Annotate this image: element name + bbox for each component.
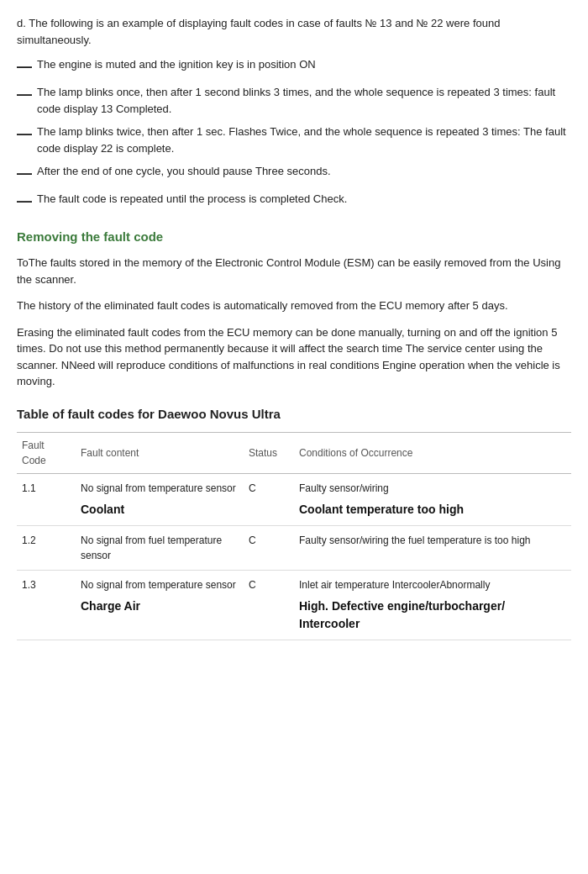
dash-text-1: The engine is muted and the ignition key… (37, 56, 316, 73)
para-3: Erasing the eliminated fault codes from … (17, 324, 571, 390)
row1-conditions-normal: Faulty sensor/wiring (299, 482, 389, 494)
dash-icon-1: — (17, 56, 32, 77)
dash-icon-3: — (17, 124, 32, 145)
dash-icon-4: — (17, 163, 32, 184)
dash-icon-2: — (17, 84, 32, 105)
row1-code: 1.1 (17, 474, 76, 526)
col-header-conditions: Conditions of Occurrence (294, 433, 571, 474)
row2-status: C (244, 526, 294, 571)
row3-conditions-bold: High. Defective engine/turbocharger/ Int… (299, 598, 566, 633)
dash-text-5: The fault code is repeated until the pro… (37, 191, 347, 208)
col-header-content: Fault content (76, 433, 244, 474)
row3-content: No signal from temperature sensor Charge… (76, 571, 244, 640)
row1-content: No signal from temperature sensor Coolan… (76, 474, 244, 526)
dash-item-2: — The lamp blinks once, then after 1 sec… (17, 84, 571, 117)
row2-content: No signal from fuel temperature sensor (76, 526, 244, 571)
row3-content-normal: No signal from temperature sensor (81, 579, 236, 591)
row1-conditions-bold: Coolant temperature too high (299, 501, 566, 519)
row3-content-bold: Charge Air (81, 598, 239, 615)
table-heading: Table of fault codes for Daewoo Novus Ul… (17, 405, 571, 424)
dash-item-3: — The lamp blinks twice, then after 1 se… (17, 124, 571, 156)
dash-text-3: The lamp blinks twice, then after 1 sec.… (37, 124, 571, 156)
row3-status: C (244, 571, 294, 640)
col-header-code: Fault Code (17, 433, 76, 474)
dash-item-1: — The engine is muted and the ignition k… (17, 56, 571, 77)
para-2: The history of the eliminated fault code… (17, 297, 571, 314)
row3-code: 1.3 (17, 571, 76, 640)
row3-conditions-normal: Inlet air temperature IntercoolerAbnorma… (299, 579, 490, 591)
row3-conditions: Inlet air temperature IntercoolerAbnorma… (294, 571, 571, 640)
table-row: 1.2 No signal from fuel temperature sens… (17, 526, 571, 571)
table-row: 1.1 No signal from temperature sensor Co… (17, 474, 571, 526)
table-row: 1.3 No signal from temperature sensor Ch… (17, 571, 571, 640)
dash-icon-5: — (17, 191, 32, 212)
dash-items: — The engine is muted and the ignition k… (17, 56, 571, 213)
row1-content-normal: No signal from temperature sensor (81, 482, 236, 494)
row1-content-bold: Coolant (81, 501, 239, 519)
section-heading: Removing the fault code (17, 228, 571, 247)
row1-status: C (244, 474, 294, 526)
intro-line1: d. The following is an example of displa… (17, 15, 571, 48)
fault-codes-table: Fault Code Fault content Status Conditio… (17, 432, 571, 640)
col-header-status: Status (244, 433, 294, 474)
row2-code: 1.2 (17, 526, 76, 571)
dash-item-4: — After the end of one cycle, you should… (17, 163, 571, 184)
dash-text-2: The lamp blinks once, then after 1 secon… (37, 84, 571, 117)
row1-conditions: Faulty sensor/wiring Coolant temperature… (294, 474, 571, 526)
table-header-row: Fault Code Fault content Status Conditio… (17, 433, 571, 474)
para-1: ToThe faults stored in the memory of the… (17, 255, 571, 287)
dash-text-4: After the end of one cycle, you should p… (37, 163, 331, 180)
dash-item-5: — The fault code is repeated until the p… (17, 191, 571, 212)
row2-content-normal: No signal from fuel temperature sensor (81, 534, 222, 561)
row2-conditions: Faulty sensor/wiring the fuel temperatur… (294, 526, 571, 571)
row2-conditions-normal: Faulty sensor/wiring the fuel temperatur… (299, 534, 530, 546)
